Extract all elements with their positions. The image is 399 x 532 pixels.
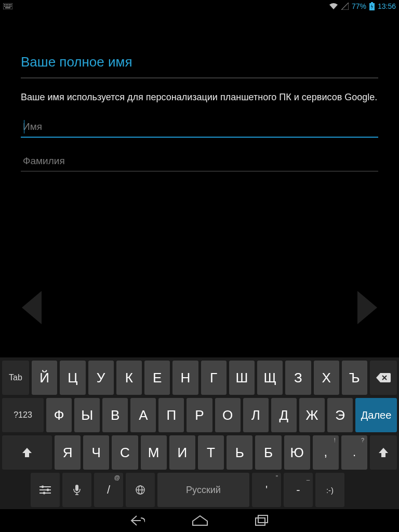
key-tab[interactable]: Tab — [2, 361, 29, 395]
key-letter[interactable]: Ц — [60, 361, 85, 395]
svg-rect-11 — [5, 7, 10, 8]
key-letter[interactable]: Ш — [229, 361, 255, 395]
svg-rect-26 — [256, 518, 265, 525]
key-letter[interactable]: Н — [172, 361, 198, 395]
key-apostrophe[interactable]: " ' — [252, 473, 281, 507]
key-letter[interactable]: С — [112, 435, 138, 470]
key-letter[interactable]: З — [285, 361, 311, 395]
wizard-nav — [0, 291, 399, 324]
key-backspace[interactable] — [370, 361, 397, 395]
key-letter[interactable]: Я — [55, 435, 81, 470]
key-letter[interactable]: А — [130, 398, 156, 432]
key-letter[interactable]: У — [88, 361, 114, 395]
key-letter[interactable]: Ж — [299, 398, 325, 432]
last-name-field-wrap — [21, 152, 378, 171]
key-emoticon[interactable]: :-) — [315, 473, 344, 507]
svg-rect-5 — [10, 4, 11, 5]
key-letter[interactable]: Э — [327, 398, 353, 432]
key-letter[interactable]: М — [141, 435, 167, 470]
onscreen-keyboard: Tab Й Ц У К Е Н Г Ш Щ З Х Ъ ?123 Ф Ы В А… — [0, 357, 399, 509]
setup-form: Ваше полное имя Ваше имя используется дл… — [0, 12, 399, 171]
svg-rect-6 — [4, 6, 5, 7]
key-voice-input[interactable] — [62, 473, 91, 507]
key-letter[interactable]: П — [158, 398, 184, 432]
battery-charging-icon — [369, 2, 375, 10]
key-input-options[interactable] — [31, 473, 60, 507]
key-next[interactable]: Далее — [355, 398, 397, 432]
key-shift-left[interactable] — [2, 435, 52, 470]
svg-point-19 — [43, 492, 46, 495]
nav-home-icon[interactable] — [192, 515, 208, 526]
clock: 13:56 — [378, 2, 396, 10]
svg-rect-1 — [4, 4, 5, 5]
key-letter[interactable]: И — [169, 435, 195, 470]
key-comma[interactable]: !, — [313, 435, 339, 470]
battery-percent: 77% — [352, 2, 366, 10]
key-letter[interactable]: Ф — [46, 398, 72, 432]
svg-rect-20 — [75, 485, 78, 491]
key-letter[interactable]: Т — [198, 435, 224, 470]
forward-arrow[interactable] — [357, 291, 377, 324]
key-symbols[interactable]: ?123 — [2, 398, 44, 432]
key-letter[interactable]: Р — [187, 398, 212, 432]
svg-rect-27 — [258, 515, 268, 523]
key-letter[interactable]: Е — [144, 361, 170, 395]
keyboard-indicator-icon — [3, 3, 12, 9]
key-spacebar[interactable]: Русский — [157, 473, 249, 507]
svg-rect-3 — [7, 4, 8, 5]
key-letter[interactable]: Ь — [227, 435, 252, 470]
svg-rect-2 — [6, 4, 7, 5]
key-letter[interactable]: Ы — [74, 398, 100, 432]
key-letter[interactable]: Ъ — [342, 361, 367, 395]
text-cursor — [24, 120, 24, 134]
key-letter[interactable]: В — [102, 398, 128, 432]
first-name-field-wrap — [21, 118, 378, 138]
key-letter[interactable]: Л — [243, 398, 269, 432]
cell-signal-icon — [341, 3, 349, 10]
back-arrow[interactable] — [22, 291, 42, 324]
key-letter[interactable]: О — [215, 398, 241, 432]
key-letter[interactable]: Ю — [284, 435, 310, 470]
nav-back-icon[interactable] — [130, 515, 145, 526]
first-name-field[interactable] — [21, 118, 378, 138]
system-nav-bar — [0, 509, 399, 532]
svg-point-18 — [47, 489, 49, 491]
key-letter[interactable]: Х — [314, 361, 339, 395]
key-language-switch[interactable] — [126, 473, 155, 507]
last-name-field[interactable] — [21, 152, 378, 171]
key-letter[interactable]: Ч — [83, 435, 109, 470]
svg-rect-10 — [10, 6, 11, 7]
key-letter[interactable]: Щ — [257, 361, 283, 395]
page-title: Ваше полное имя — [21, 54, 378, 78]
wifi-icon — [329, 3, 338, 10]
svg-rect-9 — [9, 6, 10, 7]
key-slash[interactable]: @ / — [94, 473, 123, 507]
nav-recent-icon[interactable] — [255, 515, 269, 526]
key-letter[interactable]: Б — [255, 435, 281, 470]
svg-rect-8 — [7, 6, 8, 7]
svg-rect-7 — [6, 6, 7, 7]
key-period[interactable]: ?. — [341, 435, 367, 470]
key-dash[interactable]: _ - — [284, 473, 313, 507]
svg-rect-13 — [371, 2, 373, 3]
key-letter[interactable]: Д — [271, 398, 297, 432]
spacer — [347, 473, 397, 507]
key-letter[interactable]: К — [116, 361, 142, 395]
key-shift-right[interactable] — [370, 435, 397, 470]
spacer — [2, 473, 28, 507]
status-bar: 77% 13:56 — [0, 0, 399, 12]
key-letter[interactable]: Г — [201, 361, 227, 395]
key-letter[interactable]: Й — [32, 361, 57, 395]
svg-point-17 — [42, 486, 44, 488]
page-description: Ваше имя используется для персонализации… — [21, 91, 378, 103]
svg-rect-4 — [9, 4, 10, 5]
